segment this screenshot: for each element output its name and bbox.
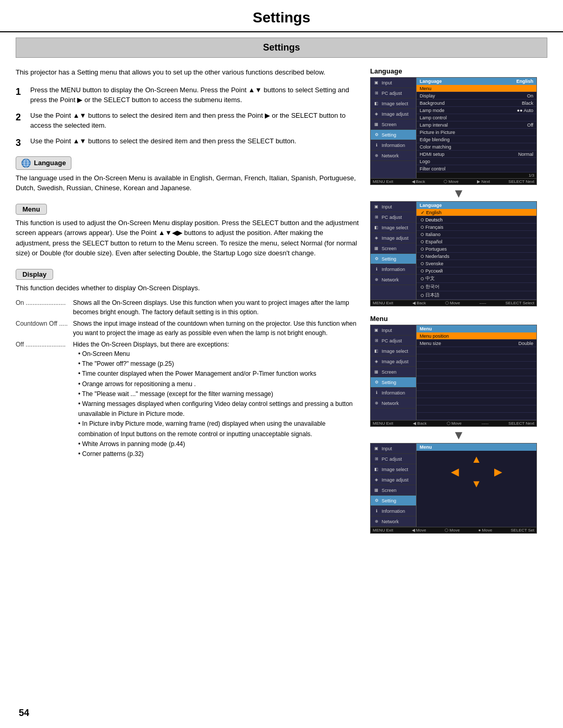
nav-setting-3: ⚙Setting bbox=[371, 377, 416, 388]
bullet-item: The "Please wait ..." message (except fo… bbox=[78, 389, 360, 399]
lang-row-it: Italiano bbox=[417, 231, 536, 238]
panel-row-logo: Logo bbox=[417, 158, 536, 165]
nav-imgselect-icon-1: ◧ bbox=[373, 100, 380, 107]
display-val-countdown: Shows the input image instead of the cou… bbox=[73, 319, 360, 338]
right-menu-section: Menu ▣Input ⊞PC adjust ◧Image select bbox=[370, 315, 547, 534]
left-nav-2: ▣Input ⊞PC adjust ◧Image select ◈Image a… bbox=[371, 202, 417, 300]
nav-imgadjust-4: ◈Image adjust bbox=[371, 475, 416, 485]
statusbar-1: MENU Exit◀ Back⬡ Move▶ NextSELECT Next bbox=[371, 178, 536, 184]
menu-panel-row-empty6 bbox=[417, 384, 536, 391]
lang-row-pt: Portugues bbox=[417, 245, 536, 253]
step-3-text: Use the Point ▲▼ buttons to select the d… bbox=[30, 136, 296, 150]
nav-screen-1: ▦Screen bbox=[371, 119, 416, 130]
language-label-text: Language bbox=[34, 159, 66, 167]
nav-imgselect-icon-2: ◧ bbox=[373, 224, 380, 231]
bullet-item: Time counter displayed when the Power Ma… bbox=[78, 369, 360, 379]
panel-row-pip: Picture in Picture bbox=[417, 129, 536, 136]
lang-row-ko: 한국어 bbox=[417, 283, 536, 291]
panel-row-display: DisplayOn bbox=[417, 92, 536, 100]
left-nav-1: ▣Input ⊞PC adjust ◧Image select ◈Image a… bbox=[371, 78, 417, 178]
lang-row-en: ✓ English bbox=[417, 209, 536, 216]
bullet-item: On-Screen Menu bbox=[78, 349, 360, 359]
panel-row-hdmi: HDMI setupNormal bbox=[417, 151, 536, 158]
nav-imgadjust-3: ◈Image adjust bbox=[371, 356, 416, 367]
nav-screen-icon-2: ▦ bbox=[373, 245, 380, 252]
nav-setting-icon-3: ⚙ bbox=[373, 379, 380, 386]
nav-imgadjust-icon-4: ◈ bbox=[373, 476, 380, 484]
arrow-down-2: ▼ bbox=[370, 429, 547, 441]
globe-icon bbox=[21, 158, 31, 168]
lang-row-ja: 日本語 bbox=[417, 291, 536, 300]
menu-panel-row-size: Menu sizeDouble bbox=[417, 340, 536, 347]
panel-header-lang-value: English bbox=[516, 79, 533, 84]
display-row-countdown: Countdown Off ..... Shows the input imag… bbox=[16, 319, 360, 338]
menu-screenshot-2: ▣Input ⊞PC adjust ◧Image select ◈Image a… bbox=[370, 443, 537, 534]
nav-info-icon-1: ℹ bbox=[373, 142, 380, 149]
nav-input-icon-1: ▣ bbox=[373, 79, 380, 87]
nav-input-1: ▣Input bbox=[371, 78, 416, 88]
language-section-text: The language used in the On-Screen Menu … bbox=[16, 173, 360, 193]
nav-setting-2: ⚙Setting bbox=[371, 254, 416, 264]
display-bullets: On-Screen MenuThe "Power off?" message (… bbox=[78, 349, 360, 459]
nav-info-icon-2: ℹ bbox=[373, 266, 380, 273]
nav-input-icon-2: ▣ bbox=[373, 203, 380, 211]
menu-panel-row-position: Menu position bbox=[417, 332, 536, 340]
step-1: 1 Press the MENU button to display the O… bbox=[16, 85, 360, 105]
step-2-num: 2 bbox=[16, 110, 30, 131]
lang-row-nl: Nederlands bbox=[417, 253, 536, 260]
lang-row-de: Deutsch bbox=[417, 216, 536, 224]
menu-label: Menu bbox=[16, 204, 47, 215]
panel-header-4: Menu bbox=[417, 443, 536, 451]
display-key-on: On ....................... bbox=[16, 298, 73, 317]
lang-row-sv: Svenske bbox=[417, 260, 536, 267]
right-column: Language ▣Input ⊞PC adjust ◧Image select… bbox=[370, 67, 547, 536]
statusbar-3: MENU Exit◀ Back⬡ Move----- SELECT Next bbox=[371, 420, 536, 426]
language-label: Language bbox=[16, 156, 71, 170]
bullet-item: The "Power off?" message (p.25) bbox=[78, 359, 360, 369]
nav-input-2: ▣Input bbox=[371, 202, 416, 212]
menu-screenshot-1: ▣Input ⊞PC adjust ◧Image select ◈Image a… bbox=[370, 325, 537, 427]
nav-imgadjust-2: ◈Image adjust bbox=[371, 233, 416, 243]
bullet-item: Corner patterns (p.32) bbox=[78, 449, 360, 459]
bullet-item: Warning messages displayed when configur… bbox=[78, 399, 360, 419]
panel-row-lampint: Lamp intervalOff bbox=[417, 121, 536, 129]
nav-setting-icon-1: ⚙ bbox=[373, 131, 380, 139]
nav-info-2: ℹInformation bbox=[371, 264, 416, 275]
menu-panel-row-empty5 bbox=[417, 376, 536, 384]
panel-row-menu: Menu bbox=[417, 85, 536, 92]
nav-network-icon-3: ⊕ bbox=[373, 400, 380, 407]
nav-pcadjust-2: ⊞PC adjust bbox=[371, 212, 416, 223]
right-panel-3: Menu Menu position Menu sizeDouble bbox=[417, 325, 536, 420]
nav-network-1: ⊕Network bbox=[371, 151, 416, 161]
display-intro-text: This function decides whether to display… bbox=[16, 283, 360, 293]
nav-setting-icon-2: ⚙ bbox=[373, 255, 380, 263]
nav-info-4: ℹInformation bbox=[371, 506, 416, 516]
nav-info-3: ℹInformation bbox=[371, 388, 416, 398]
nav-info-1: ℹInformation bbox=[371, 140, 416, 151]
nav-network-icon-4: ⊕ bbox=[373, 518, 380, 525]
menu-panel-row-empty10 bbox=[417, 413, 536, 420]
display-table: On ....................... Shows all the… bbox=[16, 298, 360, 459]
panel-header-lang-label: Language bbox=[420, 79, 442, 84]
panel-header-3: Menu bbox=[417, 325, 536, 332]
nav-imgselect-4: ◧Image select bbox=[371, 464, 416, 475]
nav-input-icon-4: ▣ bbox=[373, 445, 380, 452]
step-1-num: 1 bbox=[16, 85, 30, 105]
left-nav-3: ▣Input ⊞PC adjust ◧Image select ◈Image a… bbox=[371, 325, 417, 420]
right-panel-4: Menu ▲ ◀ ● ▶ ▼ bbox=[417, 443, 536, 527]
nav-imgselect-icon-4: ◧ bbox=[373, 466, 380, 473]
menu-panel-row-empty2 bbox=[417, 354, 536, 362]
menu-section-text: This function is used to adjust the On-S… bbox=[16, 218, 360, 258]
section-header: Settings bbox=[16, 38, 547, 58]
nav-input-icon-3: ▣ bbox=[373, 327, 380, 334]
bullet-item: In Picture in/by Picture mode, warning f… bbox=[78, 419, 360, 439]
arrow-down-1: ▼ bbox=[370, 187, 547, 200]
nav-screen-icon-4: ▦ bbox=[373, 487, 380, 494]
nav-info-icon-3: ℹ bbox=[373, 389, 380, 397]
nav-screen-2: ▦Screen bbox=[371, 243, 416, 254]
nav-input-3: ▣Input bbox=[371, 325, 416, 336]
step-1-text: Press the MENU button to display the On-… bbox=[30, 85, 360, 105]
lang-row-es: Español bbox=[417, 238, 536, 245]
left-nav-4: ▣Input ⊞PC adjust ◧Image select ◈Image a… bbox=[371, 443, 417, 527]
page-title: Settings bbox=[0, 0, 563, 32]
